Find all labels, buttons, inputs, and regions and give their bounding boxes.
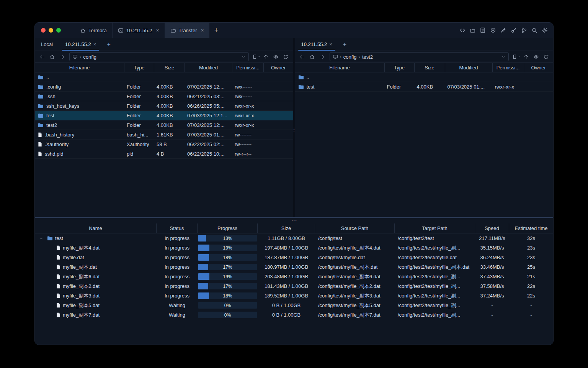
show-hidden-files-button[interactable] — [271, 52, 281, 61]
pane-splitter[interactable] — [293, 38, 295, 217]
transfer-name-cell: myfile_副本.dat — [35, 264, 157, 271]
file-row-test2[interactable]: test2Folder4.00KB07/03/2025 12:...rwxr-x… — [35, 120, 293, 130]
transfer-row-myfile-dat[interactable]: myfile_副本.datIn progress17%180.97MB / 1.… — [35, 262, 553, 272]
column-header-owner[interactable]: Owner — [264, 63, 293, 72]
path-combobox[interactable]: ›config›test2 — [330, 52, 509, 61]
chevron-down-icon[interactable] — [241, 54, 246, 59]
close-icon[interactable]: × — [201, 27, 204, 33]
close-window-button[interactable] — [41, 28, 46, 33]
back-button[interactable] — [297, 52, 307, 61]
column-header-type[interactable]: Type — [124, 63, 154, 72]
zoom-window-button[interactable] — [56, 28, 61, 33]
path-segment[interactable]: test2 — [362, 54, 373, 60]
left-new-pane-tab-button[interactable]: + — [102, 38, 115, 51]
key-icon[interactable] — [511, 27, 517, 33]
breadcrumb-separator: › — [80, 54, 81, 60]
app-tab-transfer[interactable]: Transfer× — [165, 23, 209, 38]
record-icon[interactable] — [490, 27, 496, 33]
speed-cell: 36.24MB/s — [475, 255, 509, 260]
column-header-filename[interactable]: Filename — [35, 63, 124, 72]
chevron-down-icon[interactable] — [501, 54, 506, 59]
app-tab-10-211-55-2[interactable]: 10.211.55.2× — [112, 23, 165, 38]
up-directory-button[interactable] — [261, 52, 271, 61]
folder-icon — [38, 123, 44, 128]
code-icon[interactable] — [459, 27, 466, 33]
file-icon — [56, 274, 60, 279]
forward-button[interactable] — [57, 52, 67, 61]
log-icon[interactable] — [480, 27, 486, 33]
computer-icon — [333, 54, 338, 59]
path-segment[interactable]: config — [83, 54, 96, 60]
column-header-size[interactable]: Size — [154, 63, 185, 72]
left-pane-tab-local[interactable]: Local — [35, 38, 59, 51]
file-row-sshd-pid[interactable]: sshd.pidpid4 B06/22/2025 10:...rw-r--r-- — [35, 149, 293, 159]
file-row-config[interactable]: .configFolder4.00KB07/02/2025 12:...rwx-… — [35, 82, 293, 92]
transfer-row-myfile-2-dat[interactable]: myfile_副本2.datIn progress17%181.43MB / 1… — [35, 281, 553, 291]
transfer-row-myfile-6-dat[interactable]: myfile_副本6.datIn progress19%203.48MB / 1… — [35, 272, 553, 281]
progress-bar: 0% — [198, 312, 257, 318]
refresh-button[interactable] — [281, 52, 291, 61]
transfer-row-test[interactable]: testIn progress13%1.11GB / 8.00GB/config… — [35, 233, 553, 243]
file-row-ssh[interactable]: .sshFolder4.00KB06/21/2025 03:...rwx----… — [35, 92, 293, 101]
size-cell: 181.43MB / 1.00GB — [258, 283, 315, 289]
transfer-row-myfile-3-dat[interactable]: myfile_副本3.datIn progress18%189.52MB / 1… — [35, 291, 553, 301]
bookmark-button[interactable] — [511, 52, 521, 61]
right-pane-tab-10-211-55-2[interactable]: 10.211.55.2× — [295, 38, 338, 51]
folder-icon[interactable] — [470, 28, 475, 33]
transfer-row-myfile-5-dat[interactable]: myfile_副本5.datWaiting0%0 B / 1.00GB/conf… — [35, 301, 553, 310]
column-header-type[interactable]: Type — [385, 63, 415, 72]
column-header-permissi[interactable]: Permissi... — [232, 63, 264, 72]
file-row-ssh-host-keys[interactable]: ssh_host_keysFolder4.00KB06/26/2025 05:.… — [35, 101, 293, 111]
transfer-column-header-size[interactable]: Size — [258, 223, 315, 233]
new-app-tab-button[interactable]: + — [209, 23, 224, 38]
app-tab-termora[interactable]: Termora — [75, 23, 112, 38]
right-new-pane-tab-button[interactable]: + — [338, 38, 351, 51]
close-icon[interactable]: × — [329, 41, 332, 47]
file-row-test[interactable]: testFolder4.00KB07/03/2025 01:...rwxr-xr… — [295, 82, 554, 92]
file-row-bash-history[interactable]: .bash_historybash_hi...1.61KB07/03/2025 … — [35, 130, 293, 140]
transfer-column-header-name[interactable]: Name — [35, 223, 157, 233]
status-cell: In progress — [157, 245, 198, 251]
file-row-item[interactable]: .. — [295, 72, 554, 82]
refresh-button[interactable] — [541, 52, 551, 61]
transfer-column-header-estimated-time[interactable]: Estimated time — [509, 223, 553, 233]
home-button[interactable] — [47, 52, 57, 61]
column-header-permissi[interactable]: Permissi... — [493, 63, 524, 72]
column-header-modified[interactable]: Modified — [445, 63, 493, 72]
bookmark-button[interactable] — [251, 52, 261, 61]
left-pane-toolbar: ›config — [35, 51, 293, 62]
home-button[interactable] — [307, 52, 317, 61]
settings-icon[interactable] — [542, 27, 548, 33]
file-row-xauthority[interactable]: .XauthorityXauthority58 B06/22/2025 02:.… — [35, 140, 293, 149]
search-icon[interactable] — [531, 27, 537, 33]
show-hidden-files-button[interactable] — [531, 52, 541, 61]
transfer-column-header-progress[interactable]: Progress — [198, 223, 258, 233]
left-pane-tab-10-211-55-2[interactable]: 10.211.55.2× — [59, 38, 102, 51]
up-directory-button[interactable] — [521, 52, 531, 61]
transfer-row-myfile-7-dat[interactable]: myfile_副本7.datWaiting0%0 B / 1.00GB/conf… — [35, 310, 553, 320]
transfer-splitter[interactable] — [35, 218, 553, 223]
path-segment[interactable]: config — [343, 54, 357, 60]
transfer-column-header-target-path[interactable]: Target Path — [395, 223, 475, 233]
path-combobox[interactable]: ›config — [69, 52, 249, 61]
column-header-filename[interactable]: Filename — [295, 63, 385, 72]
progress-label: 13% — [198, 235, 257, 242]
transfer-row-myfile-dat[interactable]: myfile.datIn progress18%187.87MB / 1.00G… — [35, 253, 553, 262]
file-row-item[interactable]: .. — [35, 72, 293, 82]
minimize-window-button[interactable] — [49, 28, 53, 33]
column-header-owner[interactable]: Owner — [524, 63, 554, 72]
file-row-test[interactable]: testFolder4.00KB07/03/2025 12:1...rwxr-x… — [35, 111, 293, 120]
branch-icon[interactable] — [521, 27, 527, 33]
close-icon[interactable]: × — [93, 41, 96, 47]
close-icon[interactable]: × — [156, 27, 159, 33]
column-header-modified[interactable]: Modified — [185, 63, 232, 72]
collapse-icon[interactable] — [38, 236, 45, 241]
transfer-row-myfile-4-dat[interactable]: myfile_副本4.datIn progress19%197.48MB / 1… — [35, 243, 553, 253]
forward-button[interactable] — [317, 52, 327, 61]
column-header-size[interactable]: Size — [415, 63, 445, 72]
edit-icon[interactable] — [500, 27, 506, 33]
back-button[interactable] — [37, 52, 47, 61]
transfer-column-header-speed[interactable]: Speed — [475, 223, 509, 233]
transfer-column-header-status[interactable]: Status — [157, 223, 198, 233]
transfer-column-header-source-path[interactable]: Source Path — [315, 223, 395, 233]
